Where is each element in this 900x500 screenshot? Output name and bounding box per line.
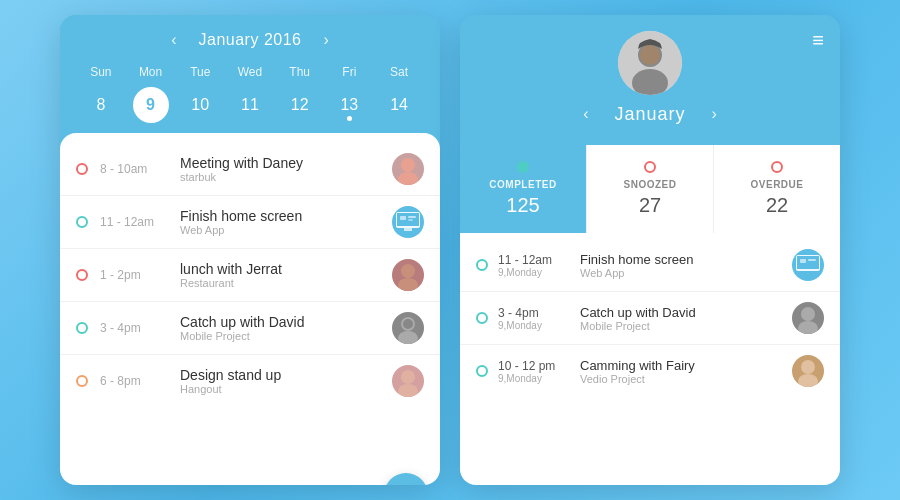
svg-point-18 xyxy=(640,45,660,65)
events-list: 8 - 10am Meeting with Daney starbuk 11 -… xyxy=(60,133,440,485)
right-event-3[interactable]: 10 - 12 pm 9,Monday Camming with Fairy V… xyxy=(460,345,840,397)
right-info-2: Catch up with David Mobile Project xyxy=(580,305,782,332)
right-title-3: Camming with Fairy xyxy=(580,358,782,373)
svg-rect-7 xyxy=(408,219,413,221)
event-info-4: Catch up with David Mobile Project xyxy=(180,314,380,342)
right-time-2: 3 - 4pm xyxy=(498,306,570,320)
event-sub-1: starbuk xyxy=(180,171,380,183)
day-label-thu: Thu xyxy=(282,65,318,79)
event-dot-4 xyxy=(76,322,88,334)
svg-rect-22 xyxy=(808,259,816,261)
right-event-1[interactable]: 11 - 12am 9,Monday Finish home screen We… xyxy=(460,239,840,292)
right-time-block-3: 10 - 12 pm 9,Monday xyxy=(498,359,570,384)
event-dot-1 xyxy=(76,163,88,175)
right-events-list: 11 - 12am 9,Monday Finish home screen We… xyxy=(460,233,840,485)
event-title-2: Finish home screen xyxy=(180,208,380,224)
day-labels-row: Sun Mon Tue Wed Thu Fri Sat xyxy=(60,61,440,83)
event-item-5[interactable]: 6 - 8pm Design stand up Hangout xyxy=(60,355,440,407)
next-month-arrow[interactable]: › xyxy=(317,29,334,51)
svg-point-25 xyxy=(801,360,815,374)
svg-point-1 xyxy=(398,172,418,185)
event-time-5: 6 - 8pm xyxy=(100,374,168,388)
day-12[interactable]: 12 xyxy=(282,87,318,123)
svg-point-8 xyxy=(401,264,415,278)
right-time-3: 10 - 12 pm xyxy=(498,359,570,373)
svg-point-24 xyxy=(798,321,818,334)
right-dot-1 xyxy=(476,259,488,271)
day-numbers-row: 8 9 10 11 12 13 14 xyxy=(60,83,440,133)
event-avatar-5 xyxy=(392,365,424,397)
snoozed-num: 27 xyxy=(639,194,661,217)
event-avatar-1 xyxy=(392,153,424,185)
right-title-1: Finish home screen xyxy=(580,252,782,267)
event-item-2[interactable]: 11 - 12am Finish home screen Web App xyxy=(60,196,440,249)
right-date-3: 9,Monday xyxy=(498,373,570,384)
right-sub-1: Web App xyxy=(580,267,782,279)
snoozed-label: SNOOZED xyxy=(624,179,677,190)
svg-point-13 xyxy=(401,370,415,384)
event-time-4: 3 - 4pm xyxy=(100,321,168,335)
profile-avatar xyxy=(618,31,682,95)
event-title-5: Design stand up xyxy=(180,367,380,383)
right-avatar-1 xyxy=(792,249,824,281)
svg-point-26 xyxy=(798,374,818,387)
event-title-3: lunch with Jerrat xyxy=(180,261,380,277)
overdue-label: OVERDUE xyxy=(751,179,804,190)
event-info-5: Design stand up Hangout xyxy=(180,367,380,395)
event-avatar-2 xyxy=(392,206,424,238)
event-dot-2 xyxy=(76,216,88,228)
overdue-dot xyxy=(771,161,783,173)
day-label-wed: Wed xyxy=(232,65,268,79)
left-events-wrapper: 8 - 10am Meeting with Daney starbuk 11 -… xyxy=(60,133,440,485)
right-prev-arrow[interactable]: ‹ xyxy=(577,103,594,125)
day-label-fri: Fri xyxy=(331,65,367,79)
stat-completed[interactable]: COMPLETED 125 xyxy=(460,145,586,233)
right-dot-2 xyxy=(476,312,488,324)
svg-rect-5 xyxy=(400,216,406,220)
event-time-2: 11 - 12am xyxy=(100,215,168,229)
day-9[interactable]: 9 xyxy=(133,87,169,123)
day-10[interactable]: 10 xyxy=(182,87,218,123)
completed-num: 125 xyxy=(506,194,539,217)
event-item-3[interactable]: 1 - 2pm lunch with Jerrat Restaurant xyxy=(60,249,440,302)
prev-month-arrow[interactable]: ‹ xyxy=(165,29,182,51)
calendar-header: ‹ January 2016 › xyxy=(60,15,440,61)
event-time-3: 1 - 2pm xyxy=(100,268,168,282)
right-next-arrow[interactable]: › xyxy=(706,103,723,125)
day-8[interactable]: 8 xyxy=(83,87,119,123)
day-13[interactable]: 13 xyxy=(331,87,367,123)
month-year-label: January 2016 xyxy=(199,31,302,49)
svg-rect-21 xyxy=(800,259,806,263)
completed-dot xyxy=(517,161,529,173)
right-tasks-panel: ≡ ‹ January › COMPLETED 125 xyxy=(460,15,840,485)
day-label-mon: Mon xyxy=(133,65,169,79)
event-info-2: Finish home screen Web App xyxy=(180,208,380,236)
right-time-block-2: 3 - 4pm 9,Monday xyxy=(498,306,570,331)
right-event-2[interactable]: 3 - 4pm 9,Monday Catch up with David Mob… xyxy=(460,292,840,345)
event-dot-5 xyxy=(76,375,88,387)
event-item-4[interactable]: 3 - 4pm Catch up with David Mobile Proje… xyxy=(60,302,440,355)
day-14[interactable]: 14 xyxy=(381,87,417,123)
event-avatar-3 xyxy=(392,259,424,291)
svg-point-0 xyxy=(401,158,415,172)
event-dot-3 xyxy=(76,269,88,281)
menu-icon[interactable]: ≡ xyxy=(812,29,824,52)
stat-overdue[interactable]: OVERDUE 22 xyxy=(713,145,840,233)
right-month-nav: ‹ January › xyxy=(577,95,723,135)
right-month-label: January xyxy=(614,104,685,125)
event-sub-4: Mobile Project xyxy=(180,330,380,342)
right-avatar-3 xyxy=(792,355,824,387)
stats-row: COMPLETED 125 SNOOZED 27 OVERDUE 22 xyxy=(460,145,840,233)
stat-snoozed[interactable]: SNOOZED 27 xyxy=(586,145,713,233)
completed-label: COMPLETED xyxy=(489,179,556,190)
svg-point-11 xyxy=(398,331,418,344)
profile-section: ‹ January › xyxy=(460,15,840,145)
fab-plus-icon: + xyxy=(399,481,413,485)
day-label-sun: Sun xyxy=(83,65,119,79)
day-11[interactable]: 11 xyxy=(232,87,268,123)
right-avatar-2 xyxy=(792,302,824,334)
event-sub-5: Hangout xyxy=(180,383,380,395)
event-item-1[interactable]: 8 - 10am Meeting with Daney starbuk xyxy=(60,143,440,196)
right-date-1: 9,Monday xyxy=(498,267,570,278)
left-calendar-panel: ‹ January 2016 › Sun Mon Tue Wed Thu Fri… xyxy=(60,15,440,485)
